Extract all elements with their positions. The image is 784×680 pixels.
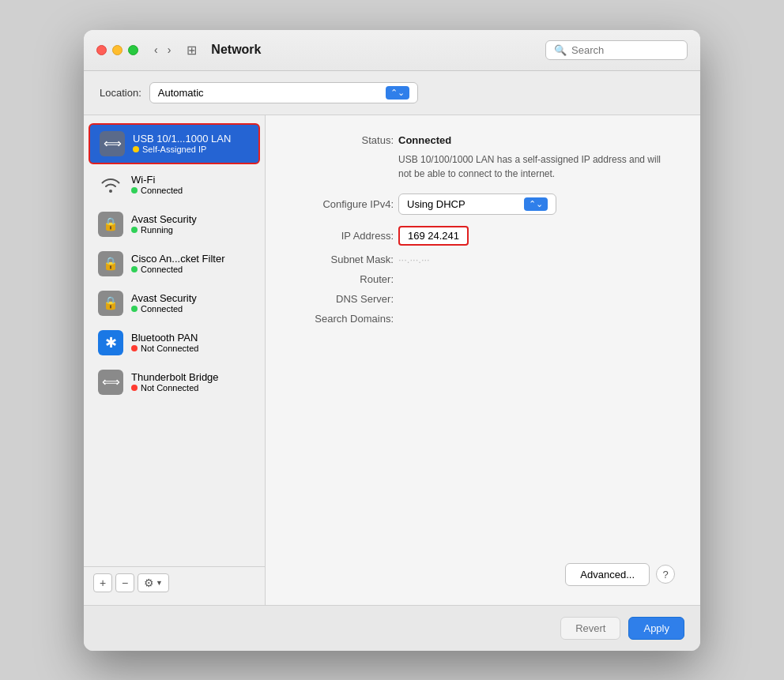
subnet-value: ···.···.··· [398, 254, 430, 265]
wifi-icon [98, 172, 123, 197]
subnet-row: Subnet Mask: ···.···.··· [291, 254, 675, 265]
avast2-status-dot [131, 306, 138, 312]
sidebar-toolbar: + − ⚙ ▼ [84, 566, 265, 599]
remove-interface-button[interactable]: − [115, 573, 134, 592]
gear-menu-button[interactable]: ⚙ ▼ [138, 573, 169, 592]
wifi-text: Wi-Fi Connected [131, 174, 183, 195]
usb-lan-icon: ⟺ [100, 131, 125, 156]
help-button[interactable]: ? [656, 565, 675, 584]
usb-lan-text: USB 10/1...1000 LAN Self-Assigned IP [133, 133, 231, 154]
dns-label: DNS Server: [291, 293, 394, 305]
search-domains-row: Search Domains: [291, 313, 675, 325]
location-value: Automatic [158, 87, 204, 99]
advanced-button[interactable]: Advanced... [565, 563, 650, 586]
sidebar-list: ⟺ USB 10/1...1000 LAN Self-Assigned IP [84, 122, 265, 566]
search-input[interactable] [571, 44, 679, 56]
configure-label: Configure IPv4: [291, 198, 394, 210]
traffic-lights [96, 45, 138, 55]
thunderbolt-status-dot [131, 385, 138, 391]
avast2-status: Connected [131, 304, 197, 314]
wifi-status-dot [131, 187, 138, 193]
bluetooth-status: Not Connected [131, 344, 198, 353]
cisco-icon: 🔒 [98, 251, 123, 276]
search-icon: 🔍 [554, 44, 567, 56]
minimize-button[interactable] [112, 45, 122, 55]
sidebar-item-bluetooth[interactable]: ✱ Bluetooth PAN Not Connected [89, 324, 260, 362]
location-select[interactable]: Automatic ⌃⌄ [149, 82, 418, 103]
grid-icon[interactable]: ⊞ [187, 43, 197, 58]
sidebar: ⟺ USB 10/1...1000 LAN Self-Assigned IP [84, 115, 266, 605]
avast1-icon: 🔒 [98, 212, 123, 237]
router-row: Router: [291, 273, 675, 285]
sidebar-item-wifi[interactable]: Wi-Fi Connected [89, 166, 260, 204]
avast2-name: Avast Security [131, 292, 197, 304]
wifi-status: Connected [131, 186, 183, 195]
location-bar: Location: Automatic ⌃⌄ [84, 71, 700, 115]
cisco-status-dot [131, 266, 138, 272]
nav-arrows: ‹ › [151, 42, 174, 58]
location-dropdown-arrow: ⌃⌄ [386, 86, 409, 100]
configure-ipv4-select[interactable]: Using DHCP ⌃⌄ [398, 193, 556, 215]
configure-dropdown-arrow: ⌃⌄ [524, 197, 548, 211]
thunderbolt-name: Thunderbolt Bridge [131, 371, 219, 383]
ip-address-value: 169 24.241 [398, 226, 469, 246]
thunderbolt-text: Thunderbolt Bridge Not Connected [131, 371, 219, 393]
usb-lan-status-dot [133, 146, 139, 152]
thunderbolt-icon: ⟺ [98, 370, 123, 395]
add-interface-button[interactable]: + [93, 573, 112, 592]
gear-icon: ⚙ [144, 577, 154, 589]
status-value: Connected [398, 134, 451, 146]
network-preferences-window: ‹ › ⊞ Network 🔍 Location: Automatic ⌃⌄ ⟺… [84, 30, 700, 651]
sidebar-item-thunderbolt[interactable]: ⟺ Thunderbolt Bridge Not Connected [89, 363, 260, 401]
sidebar-item-avast1[interactable]: 🔒 Avast Security Running [89, 205, 260, 243]
location-label: Location: [100, 87, 141, 99]
sidebar-item-usb-lan[interactable]: ⟺ USB 10/1...1000 LAN Self-Assigned IP [89, 123, 260, 164]
configure-row: Configure IPv4: Using DHCP ⌃⌄ [291, 193, 675, 215]
gear-dropdown-icon: ▼ [156, 579, 163, 587]
subnet-label: Subnet Mask: [291, 254, 394, 265]
close-button[interactable] [96, 45, 107, 55]
apply-button[interactable]: Apply [628, 617, 684, 640]
revert-button[interactable]: Revert [560, 617, 620, 640]
avast1-status-dot [131, 227, 138, 233]
back-button[interactable]: ‹ [151, 42, 161, 58]
detail-panel: Status: Connected USB 10/100/1000 LAN ha… [266, 115, 700, 605]
sidebar-item-cisco[interactable]: 🔒 Cisco An...cket Filter Connected [89, 245, 260, 283]
cisco-status: Connected [131, 265, 224, 274]
bluetooth-status-dot [131, 345, 138, 351]
avast2-text: Avast Security Connected [131, 292, 197, 314]
status-label: Status: [291, 134, 394, 146]
ip-address-label: IP Address: [291, 230, 394, 242]
sidebar-item-avast2[interactable]: 🔒 Avast Security Connected [89, 284, 260, 322]
search-box[interactable]: 🔍 [545, 40, 688, 60]
usb-lan-status: Self-Assigned IP [133, 145, 231, 154]
avast1-status: Running [131, 225, 197, 235]
forward-button[interactable]: › [164, 42, 175, 58]
dns-row: DNS Server: [291, 293, 675, 305]
avast1-name: Avast Security [131, 213, 197, 225]
status-row: Status: Connected [291, 134, 675, 146]
bluetooth-name: Bluetooth PAN [131, 332, 198, 344]
configure-ipv4-value: Using DHCP [407, 198, 466, 210]
bluetooth-text: Bluetooth PAN Not Connected [131, 332, 198, 353]
fullscreen-button[interactable] [128, 45, 138, 55]
bottom-bar: Revert Apply [84, 605, 700, 651]
usb-lan-name: USB 10/1...1000 LAN [133, 133, 231, 145]
bluetooth-icon: ✱ [98, 330, 123, 355]
window-title: Network [211, 43, 536, 57]
avast2-icon: 🔒 [98, 291, 123, 316]
cisco-text: Cisco An...cket Filter Connected [131, 253, 224, 274]
ip-address-row: IP Address: 169 24.241 [291, 226, 675, 246]
search-domains-label: Search Domains: [291, 313, 394, 325]
main-content: ⟺ USB 10/1...1000 LAN Self-Assigned IP [84, 115, 700, 605]
detail-description: USB 10/100/1000 LAN has a self-assigned … [398, 152, 667, 181]
avast1-text: Avast Security Running [131, 213, 197, 235]
router-label: Router: [291, 273, 394, 285]
thunderbolt-status: Not Connected [131, 383, 219, 393]
titlebar: ‹ › ⊞ Network 🔍 [84, 30, 700, 71]
cisco-name: Cisco An...cket Filter [131, 253, 224, 265]
wifi-name: Wi-Fi [131, 174, 183, 186]
